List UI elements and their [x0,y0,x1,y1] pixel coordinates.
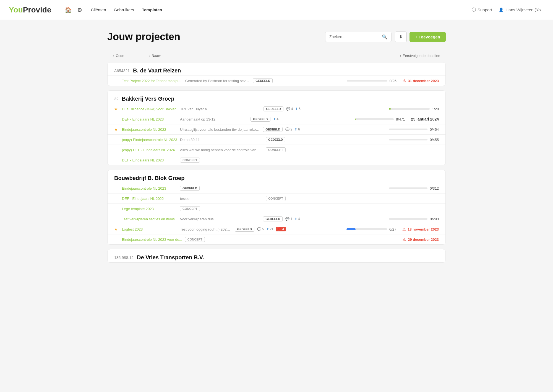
deadline-area: ⚠31 december 2023 [403,79,439,83]
project-desc: Aangemaakt op 13-12 [180,117,248,121]
deadline-warning-icon: ⚠ [403,79,406,83]
project-name[interactable]: DEF - Eindejaars NL 2022 [122,197,177,201]
client-name: B. de Vaart Reizen [133,67,181,74]
progress-area: 0/454 [389,127,439,132]
flag-icon: 🚩 [277,227,281,231]
project-name[interactable]: Lege template 2023 [122,207,177,211]
project-badge: CONCEPT [266,147,286,152]
progress-count: 8/471 [396,117,405,121]
deadline-area: ⚠29 december 2023 [403,237,439,242]
logo[interactable]: YouProvide [9,6,51,14]
deadline-text: 18 november 2023 [408,227,439,231]
project-row[interactable]: Lege template 2023CONCEPT [108,203,445,214]
project-desc: Alles wat we nodig hebben voor de contro… [180,148,263,152]
chat-icon: 💬 [285,217,289,221]
page-title: Jouw projecten [107,31,325,43]
progress-area: 0/293 [389,217,439,221]
project-name[interactable]: Eindejaarscontrole NL 2023 [122,186,177,190]
settings-icon[interactable]: ⚙ [77,7,82,13]
project-name[interactable]: Test Project 2022 for Tenant manipu... [122,79,182,83]
project-row[interactable]: ★Logtest 2023Test voor logging (duh...) … [108,224,445,234]
client-header: A654321B. de Vaart Reizen [108,62,445,75]
project-name[interactable]: Eindejaarscontrole NL 2023 voor de... [122,237,182,242]
chat-icon-count: 💬 5 [257,227,264,231]
project-badge: GEDEELD [263,127,283,132]
project-row[interactable]: ★Due Diligence (M&A) voor Bakker...IRL v… [108,104,445,114]
home-icon[interactable]: 🏠 [65,7,72,13]
page-header: Jouw projecten 🔍 ⬇ + Toevoegen [107,31,446,43]
nav-links: Cliënten Gebruikers Templates [91,7,162,12]
chat-icon-count: 💬 1 [285,217,292,221]
search-icon: 🔍 [382,34,387,40]
project-row[interactable]: (copy) DEF - Eindejaars NL 2024Alles wat… [108,145,445,155]
support-label: Support [478,7,492,12]
project-name[interactable]: Eindejaarscontrole NL 2022 [122,127,177,132]
project-name[interactable]: Logtest 2023 [122,227,177,231]
col-deadline-header[interactable]: ↕ Eerstvolgende deadline [400,54,440,58]
project-row[interactable]: ★Eindejaarscontrole NL 2022Uitvraaglijst… [108,124,445,134]
progress-count: 0/26 [390,79,397,83]
star-icon[interactable]: ★ [114,227,119,231]
client-card: A654321B. de Vaart ReizenTest Project 20… [107,62,446,86]
project-name[interactable]: (copy) Eindejaarscontrole NL 2023 [122,138,177,142]
sort-deadline-icon: ↕ [400,54,402,58]
deadline-warning-icon: ⚠ [403,237,406,242]
project-name[interactable]: DEF - Eindejaars NL 2023 [122,158,177,162]
search-input[interactable] [329,35,380,39]
sort-code-icon: ↕ [113,54,115,58]
col-code-header[interactable]: ↕ Code [113,54,149,58]
progress-area: 6/27 [346,227,396,231]
upload-icon: ⬆ [294,217,297,221]
upload-icon-count: ⬆ 4 [294,217,300,221]
deadline-text: 31 december 2023 [408,79,439,83]
project-name[interactable]: Due Diligence (M&A) voor Bakker... [122,107,178,111]
project-badge: GEDEELD [180,186,200,191]
deadline-area: ⚠18 november 2023 [402,227,439,231]
project-row[interactable]: Test verwijderen secties en itemsVoor ve… [108,214,445,224]
nav-clients[interactable]: Cliënten [91,7,106,12]
progress-bar-background [389,129,427,130]
progress-bar-background [389,187,427,189]
star-icon[interactable]: ★ [114,127,119,132]
client-cards: A654321B. de Vaart ReizenTest Project 20… [107,62,446,263]
project-badge: CONCEPT [266,196,286,201]
project-badge: GEDEELD [264,106,283,111]
project-name[interactable]: Test verwijderen secties en items [122,217,177,221]
chat-icon: 💬 [257,227,261,231]
upload-icon-count: ⬆ 4 [273,117,279,121]
project-row[interactable]: DEF - Eindejaars NL 2022tessieCONCEPT [108,193,445,203]
progress-area: 0/455 [389,138,439,142]
project-badge: CONCEPT [180,158,200,163]
client-code: 135.988.12 [114,255,134,260]
col-name-header[interactable]: ↓ Naam [149,54,400,58]
deadline-text: 25 januari 2024 [411,117,439,121]
user-menu[interactable]: 👤 Hans Wijnveen (Yo... [499,7,544,12]
star-icon[interactable]: ★ [114,107,119,111]
project-row[interactable]: Eindejaarscontrole NL 2023 voor de...CON… [108,234,445,244]
nav-icons: 🏠 ⚙ [65,7,82,13]
progress-bar-background [389,139,427,140]
project-row[interactable]: DEF - Eindejaars NL 2023Aangemaakt op 13… [108,114,445,124]
project-name[interactable]: DEF - Eindejaars NL 2023 [122,117,177,121]
project-desc: Demo 30-11 [180,138,263,142]
progress-count: 0/293 [430,217,439,221]
add-project-button[interactable]: + Toevoegen [409,32,446,42]
project-row[interactable]: Test Project 2022 for Tenant manipu...Ge… [108,75,445,86]
client-header: 32Bakkerij Vers Groep [108,91,445,104]
project-desc: Test voor logging (duh...) 2023-2022 [180,227,232,231]
project-row[interactable]: Eindejaarscontrole NL 2023GEDEELD0/312 [108,183,445,193]
support-link[interactable]: ⓘ Support [472,7,492,12]
download-button[interactable]: ⬇ [395,32,407,42]
project-name[interactable]: (copy) DEF - Eindejaars NL 2024 [122,148,177,152]
progress-count: 0/312 [430,186,439,190]
project-badge: GEDEELD [253,78,273,83]
progress-bar-fill [355,118,356,120]
user-icon: 👤 [499,7,504,12]
nav-users[interactable]: Gebruikers [114,7,134,12]
support-icon: ⓘ [472,7,476,12]
nav-templates[interactable]: Templates [142,7,162,12]
project-row[interactable]: (copy) Eindejaarscontrole NL 2023Demo 30… [108,134,445,145]
project-row[interactable]: DEF - Eindejaars NL 2023CONCEPT [108,155,445,165]
client-code: A654321 [114,69,130,73]
client-header: 135.988.12De Vries Transporten B.V. [108,249,445,262]
